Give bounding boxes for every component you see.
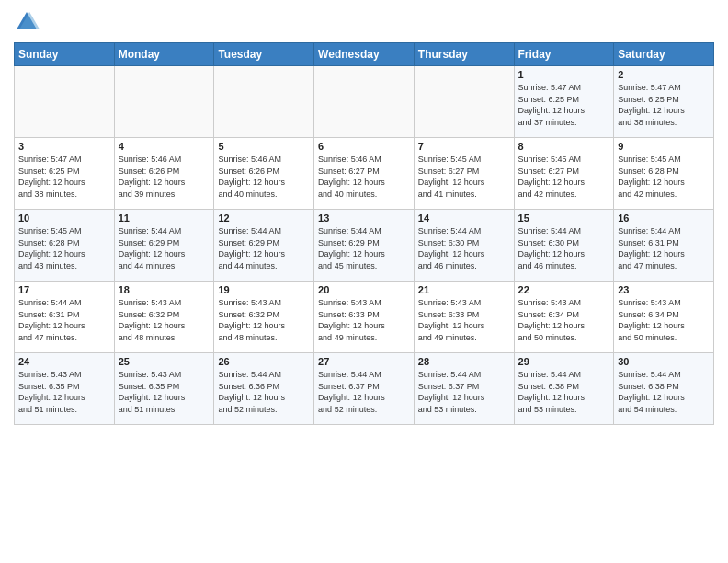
day-info: Sunrise: 5:46 AM Sunset: 6:26 PM Dayligh…	[218, 154, 310, 200]
day-cell: 22Sunrise: 5:43 AM Sunset: 6:34 PM Dayli…	[514, 282, 614, 353]
day-number: 10	[18, 213, 110, 224]
day-info: Sunrise: 5:44 AM Sunset: 6:31 PM Dayligh…	[18, 297, 110, 343]
day-number: 23	[618, 284, 710, 295]
logo-icon	[14, 9, 40, 35]
day-number: 24	[18, 356, 110, 367]
day-number: 9	[618, 141, 710, 152]
day-number: 17	[18, 284, 110, 295]
day-cell: 18Sunrise: 5:43 AM Sunset: 6:32 PM Dayli…	[114, 282, 214, 353]
day-cell	[214, 66, 314, 138]
day-number: 15	[518, 213, 610, 224]
day-cell	[114, 66, 214, 138]
day-cell: 17Sunrise: 5:44 AM Sunset: 6:31 PM Dayli…	[15, 282, 115, 353]
day-info: Sunrise: 5:46 AM Sunset: 6:27 PM Dayligh…	[318, 154, 410, 200]
day-cell: 19Sunrise: 5:43 AM Sunset: 6:32 PM Dayli…	[214, 282, 314, 353]
day-number: 21	[418, 284, 510, 295]
day-cell: 29Sunrise: 5:44 AM Sunset: 6:38 PM Dayli…	[514, 353, 614, 425]
day-info: Sunrise: 5:43 AM Sunset: 6:34 PM Dayligh…	[618, 297, 710, 343]
day-info: Sunrise: 5:43 AM Sunset: 6:33 PM Dayligh…	[318, 297, 410, 343]
day-info: Sunrise: 5:44 AM Sunset: 6:30 PM Dayligh…	[418, 225, 510, 271]
day-info: Sunrise: 5:46 AM Sunset: 6:26 PM Dayligh…	[119, 154, 210, 200]
day-number: 11	[119, 213, 210, 224]
day-info: Sunrise: 5:43 AM Sunset: 6:35 PM Dayligh…	[18, 369, 110, 415]
week-row-5: 24Sunrise: 5:43 AM Sunset: 6:35 PM Dayli…	[15, 353, 714, 425]
day-info: Sunrise: 5:43 AM Sunset: 6:32 PM Dayligh…	[119, 297, 210, 343]
day-number: 27	[318, 356, 410, 367]
day-cell: 26Sunrise: 5:44 AM Sunset: 6:36 PM Dayli…	[214, 353, 314, 425]
day-cell: 14Sunrise: 5:44 AM Sunset: 6:30 PM Dayli…	[414, 210, 514, 282]
day-cell: 4Sunrise: 5:46 AM Sunset: 6:26 PM Daylig…	[114, 138, 214, 210]
day-cell: 8Sunrise: 5:45 AM Sunset: 6:27 PM Daylig…	[514, 138, 614, 210]
day-info: Sunrise: 5:43 AM Sunset: 6:33 PM Dayligh…	[418, 297, 510, 343]
day-number: 7	[418, 141, 510, 152]
day-info: Sunrise: 5:44 AM Sunset: 6:36 PM Dayligh…	[218, 369, 310, 415]
day-number: 19	[218, 284, 310, 295]
day-cell: 20Sunrise: 5:43 AM Sunset: 6:33 PM Dayli…	[314, 282, 415, 353]
day-cell: 3Sunrise: 5:47 AM Sunset: 6:25 PM Daylig…	[15, 138, 115, 210]
day-cell: 15Sunrise: 5:44 AM Sunset: 6:30 PM Dayli…	[514, 210, 614, 282]
day-cell: 5Sunrise: 5:46 AM Sunset: 6:26 PM Daylig…	[214, 138, 314, 210]
page: SundayMondayTuesdayWednesdayThursdayFrid…	[0, 0, 728, 434]
day-cell: 1Sunrise: 5:47 AM Sunset: 6:25 PM Daylig…	[514, 66, 614, 138]
day-info: Sunrise: 5:45 AM Sunset: 6:28 PM Dayligh…	[618, 154, 710, 200]
week-row-1: 1Sunrise: 5:47 AM Sunset: 6:25 PM Daylig…	[15, 66, 714, 138]
day-number: 4	[119, 141, 210, 152]
day-info: Sunrise: 5:43 AM Sunset: 6:35 PM Dayligh…	[119, 369, 210, 415]
day-cell: 24Sunrise: 5:43 AM Sunset: 6:35 PM Dayli…	[15, 353, 115, 425]
day-cell: 11Sunrise: 5:44 AM Sunset: 6:29 PM Dayli…	[114, 210, 214, 282]
day-info: Sunrise: 5:44 AM Sunset: 6:29 PM Dayligh…	[218, 225, 310, 271]
day-number: 6	[318, 141, 410, 152]
header-row: SundayMondayTuesdayWednesdayThursdayFrid…	[15, 43, 714, 66]
day-cell: 6Sunrise: 5:46 AM Sunset: 6:27 PM Daylig…	[314, 138, 415, 210]
day-info: Sunrise: 5:44 AM Sunset: 6:29 PM Dayligh…	[119, 225, 210, 271]
day-number: 1	[518, 69, 610, 80]
day-cell	[314, 66, 415, 138]
col-header-thursday: Thursday	[414, 43, 514, 66]
day-cell: 23Sunrise: 5:43 AM Sunset: 6:34 PM Dayli…	[614, 282, 714, 353]
day-cell: 2Sunrise: 5:47 AM Sunset: 6:25 PM Daylig…	[614, 66, 714, 138]
col-header-saturday: Saturday	[614, 43, 714, 66]
week-row-4: 17Sunrise: 5:44 AM Sunset: 6:31 PM Dayli…	[15, 282, 714, 353]
day-info: Sunrise: 5:43 AM Sunset: 6:32 PM Dayligh…	[218, 297, 310, 343]
day-info: Sunrise: 5:45 AM Sunset: 6:27 PM Dayligh…	[418, 154, 510, 200]
col-header-monday: Monday	[114, 43, 214, 66]
day-cell: 16Sunrise: 5:44 AM Sunset: 6:31 PM Dayli…	[614, 210, 714, 282]
calendar-table: SundayMondayTuesdayWednesdayThursdayFrid…	[14, 42, 714, 425]
col-header-sunday: Sunday	[15, 43, 115, 66]
day-number: 26	[218, 356, 310, 367]
day-info: Sunrise: 5:45 AM Sunset: 6:27 PM Dayligh…	[518, 154, 610, 200]
day-info: Sunrise: 5:44 AM Sunset: 6:31 PM Dayligh…	[618, 225, 710, 271]
day-cell: 12Sunrise: 5:44 AM Sunset: 6:29 PM Dayli…	[214, 210, 314, 282]
day-number: 22	[518, 284, 610, 295]
day-number: 30	[618, 356, 710, 367]
day-number: 5	[218, 141, 310, 152]
day-info: Sunrise: 5:44 AM Sunset: 6:37 PM Dayligh…	[418, 369, 510, 415]
day-number: 14	[418, 213, 510, 224]
day-info: Sunrise: 5:47 AM Sunset: 6:25 PM Dayligh…	[518, 82, 610, 128]
day-number: 28	[418, 356, 510, 367]
day-number: 20	[318, 284, 410, 295]
week-row-2: 3Sunrise: 5:47 AM Sunset: 6:25 PM Daylig…	[15, 138, 714, 210]
day-info: Sunrise: 5:45 AM Sunset: 6:28 PM Dayligh…	[18, 225, 110, 271]
day-number: 3	[18, 141, 110, 152]
day-info: Sunrise: 5:47 AM Sunset: 6:25 PM Dayligh…	[618, 82, 710, 128]
day-info: Sunrise: 5:44 AM Sunset: 6:38 PM Dayligh…	[618, 369, 710, 415]
day-cell: 9Sunrise: 5:45 AM Sunset: 6:28 PM Daylig…	[614, 138, 714, 210]
day-cell: 28Sunrise: 5:44 AM Sunset: 6:37 PM Dayli…	[414, 353, 514, 425]
day-cell	[414, 66, 514, 138]
logo	[14, 9, 43, 35]
col-header-tuesday: Tuesday	[214, 43, 314, 66]
day-cell	[15, 66, 115, 138]
day-number: 25	[119, 356, 210, 367]
day-cell: 7Sunrise: 5:45 AM Sunset: 6:27 PM Daylig…	[414, 138, 514, 210]
day-cell: 21Sunrise: 5:43 AM Sunset: 6:33 PM Dayli…	[414, 282, 514, 353]
day-info: Sunrise: 5:43 AM Sunset: 6:34 PM Dayligh…	[518, 297, 610, 343]
day-info: Sunrise: 5:44 AM Sunset: 6:30 PM Dayligh…	[518, 225, 610, 271]
day-number: 13	[318, 213, 410, 224]
col-header-wednesday: Wednesday	[314, 43, 415, 66]
day-info: Sunrise: 5:44 AM Sunset: 6:29 PM Dayligh…	[318, 225, 410, 271]
day-number: 29	[518, 356, 610, 367]
day-number: 8	[518, 141, 610, 152]
day-number: 18	[119, 284, 210, 295]
day-info: Sunrise: 5:47 AM Sunset: 6:25 PM Dayligh…	[18, 154, 110, 200]
